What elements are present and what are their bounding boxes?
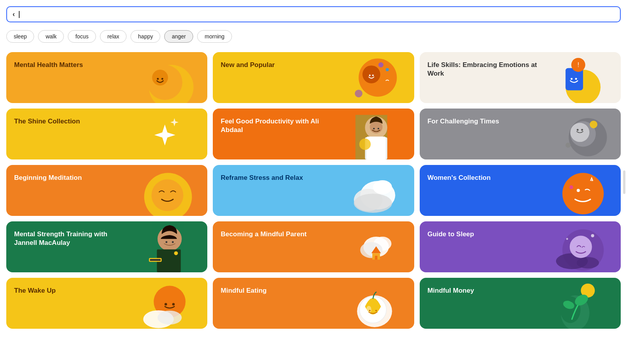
- card-feel-good-productivity[interactable]: Feel Good Productivity with Ali Abdaal: [213, 109, 414, 159]
- card-beginning-meditation[interactable]: Beginning Meditation: [6, 165, 207, 216]
- tag-sleep[interactable]: sleep: [6, 30, 34, 43]
- card-reframe-stress[interactable]: Reframe Stress and Relax: [213, 165, 414, 216]
- search-input[interactable]: [20, 11, 614, 18]
- cards-grid: Mental Health Matters New and Popular Li…: [6, 52, 621, 329]
- svg-point-4: [161, 78, 163, 80]
- card-art-mindful-parent: [303, 221, 414, 272]
- svg-point-7: [369, 74, 371, 76]
- card-womens-collection[interactable]: Women's Collection: [420, 165, 621, 216]
- card-mental-health-matters[interactable]: Mental Health Matters: [6, 52, 207, 103]
- svg-point-64: [165, 303, 167, 306]
- card-art-shine-collection: [97, 109, 207, 159]
- svg-point-61: [591, 234, 594, 237]
- card-title-shine-collection: The Shine Collection: [14, 117, 125, 126]
- card-title-reframe-stress: Reframe Stress and Relax: [221, 174, 332, 182]
- card-guide-sleep[interactable]: Guide to Sleep: [420, 221, 621, 272]
- card-title-challenging-times: For Challenging Times: [428, 117, 539, 126]
- svg-point-34: [152, 179, 183, 211]
- card-art-wake-up: [97, 278, 207, 329]
- card-art-mental-health-matters: [97, 52, 207, 103]
- svg-point-6: [362, 65, 381, 83]
- svg-point-62: [566, 238, 568, 240]
- svg-point-38: [373, 180, 392, 194]
- card-wake-up[interactable]: The Wake Up: [6, 278, 207, 329]
- svg-point-31: [590, 121, 598, 129]
- svg-point-9: [379, 62, 384, 67]
- back-icon[interactable]: ‹: [13, 10, 15, 18]
- card-title-guide-sleep: Guide to Sleep: [428, 230, 539, 239]
- svg-point-23: [378, 128, 379, 129]
- svg-point-29: [576, 129, 578, 131]
- tag-morning[interactable]: morning: [197, 30, 232, 43]
- card-title-womens-collection: Women's Collection: [428, 174, 539, 182]
- card-mindful-money[interactable]: Mindful Money: [420, 278, 621, 329]
- svg-point-3: [157, 78, 159, 80]
- svg-point-37: [354, 194, 392, 213]
- svg-point-16: [571, 78, 573, 80]
- svg-point-50: [174, 251, 178, 255]
- tag-relax[interactable]: relax: [100, 30, 127, 43]
- card-challenging-times[interactable]: For Challenging Times: [420, 109, 621, 159]
- svg-point-47: [172, 241, 174, 243]
- tag-walk[interactable]: walk: [38, 30, 64, 43]
- svg-point-42: [591, 179, 593, 181]
- svg-point-39: [562, 173, 604, 214]
- tag-focus[interactable]: focus: [68, 30, 96, 43]
- svg-rect-24: [367, 137, 386, 160]
- svg-point-25: [359, 138, 371, 150]
- svg-point-59: [576, 257, 599, 268]
- svg-point-40: [576, 189, 580, 192]
- card-life-skills[interactable]: Life Skills: Embracing Emotions at Work …: [420, 52, 621, 103]
- search-bar[interactable]: ‹: [6, 6, 621, 22]
- card-art-mindful-money: [510, 278, 621, 329]
- card-art-new-and-popular: [303, 52, 414, 103]
- svg-point-2: [152, 70, 168, 86]
- svg-point-46: [165, 241, 167, 243]
- scrollbar[interactable]: [623, 170, 625, 194]
- svg-point-32: [565, 143, 571, 148]
- svg-point-8: [372, 74, 374, 76]
- tag-anger[interactable]: anger: [164, 30, 193, 43]
- card-new-and-popular[interactable]: New and Popular: [213, 52, 414, 103]
- svg-point-72: [375, 310, 377, 311]
- svg-point-22: [373, 128, 375, 129]
- svg-point-71: [369, 310, 371, 311]
- svg-point-67: [158, 311, 182, 325]
- card-mental-strength[interactable]: Mental Strength Training with Jannell Ma…: [6, 221, 207, 272]
- tags-container: sleepwalkfocusrelaxhappyangermorning: [6, 30, 621, 43]
- card-title-mental-strength: Mental Strength Training with Jannell Ma…: [14, 230, 125, 247]
- card-title-mental-health-matters: Mental Health Matters: [14, 61, 125, 69]
- card-art-womens-collection: [510, 165, 621, 216]
- card-title-mindful-money: Mindful Money: [428, 286, 539, 295]
- card-art-mindful-eating: [303, 278, 414, 329]
- card-art-guide-sleep: [510, 221, 621, 272]
- card-title-feel-good-productivity: Feel Good Productivity with Ali Abdaal: [221, 117, 332, 134]
- svg-point-65: [172, 303, 175, 306]
- svg-rect-49: [150, 259, 161, 261]
- card-title-beginning-meditation: Beginning Meditation: [14, 174, 125, 182]
- svg-point-17: [575, 78, 577, 80]
- card-art-beginning-meditation: [97, 165, 207, 216]
- card-art-reframe-stress: [303, 165, 414, 216]
- card-title-wake-up: The Wake Up: [14, 286, 125, 295]
- card-shine-collection[interactable]: The Shine Collection: [6, 109, 207, 159]
- cursor-icon: [19, 11, 20, 18]
- tag-happy[interactable]: happy: [130, 30, 160, 43]
- card-mindful-parent[interactable]: Becoming a Mindful Parent: [213, 221, 414, 272]
- svg-point-10: [386, 68, 389, 71]
- card-title-new-and-popular: New and Popular: [221, 61, 332, 69]
- card-title-mindful-eating: Mindful Eating: [221, 286, 332, 295]
- card-mindful-eating[interactable]: Mindful Eating: [213, 278, 414, 329]
- card-title-mindful-parent: Becoming a Mindful Parent: [221, 230, 332, 239]
- card-title-life-skills: Life Skills: Embracing Emotions at Work: [428, 61, 539, 78]
- svg-point-30: [581, 129, 583, 131]
- svg-rect-56: [375, 256, 378, 260]
- svg-text:!: !: [577, 61, 579, 68]
- svg-point-41: [569, 185, 573, 189]
- card-art-challenging-times: [510, 109, 621, 159]
- svg-point-11: [355, 90, 363, 98]
